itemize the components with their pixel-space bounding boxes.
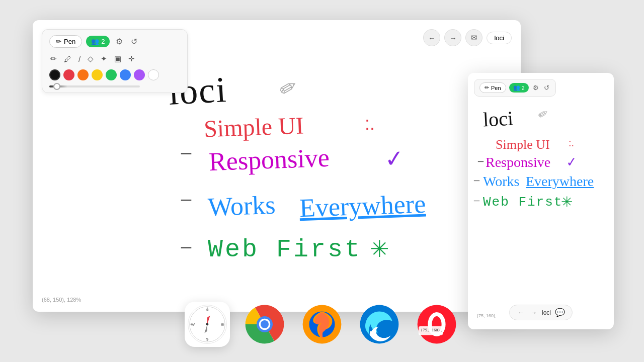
dash1: – — [181, 140, 191, 163]
checkmark1: ✓ — [384, 144, 406, 172]
share-icon: ✉ — [471, 33, 477, 42]
svg-text:(75, 160),: (75, 160), — [421, 328, 442, 332]
svg-point-16 — [261, 320, 269, 328]
color-black[interactable] — [49, 69, 60, 80]
color-yellow[interactable] — [92, 69, 103, 80]
web-first-text: Web First — [208, 235, 362, 264]
top-right-controls: ← → ✉ loci — [423, 29, 512, 46]
color-green[interactable] — [106, 69, 117, 80]
sec-simple-ui-text: Simple UI — [496, 137, 550, 152]
dash3: – — [181, 234, 191, 257]
sec-users-icon: 👥 — [513, 84, 520, 91]
responsive-text: Responsive — [208, 143, 330, 176]
loci-badge-label: loci — [494, 34, 504, 42]
sec-dash3: – — [474, 194, 479, 207]
color-white[interactable] — [148, 69, 159, 80]
image-tool-icon[interactable]: ▣ — [113, 53, 122, 64]
sec-pencil-drawing: ✏ — [535, 106, 551, 123]
coords-text: (68, 150), 128% — [42, 297, 81, 303]
sec-web-first-text: Web First — [483, 195, 562, 210]
color-orange[interactable] — [77, 69, 89, 80]
loci-badge[interactable]: loci — [487, 32, 512, 44]
svg-text:E: E — [221, 322, 224, 327]
edge-icon[interactable] — [357, 302, 402, 347]
undo-button[interactable]: ← — [423, 29, 440, 46]
firefox-icon[interactable] — [299, 302, 345, 347]
sec-chat-icon[interactable]: 💬 — [555, 308, 565, 317]
line-tool-icon[interactable]: / — [77, 54, 82, 64]
share-button[interactable]: ✉ — [465, 29, 482, 46]
sec-redo-button[interactable]: → — [529, 308, 538, 317]
edge-svg — [359, 304, 399, 344]
highlighter-tool-icon[interactable]: 🖊 — [63, 54, 72, 64]
settings-button[interactable]: ⚙ — [114, 35, 125, 48]
sec-coords: (75, 160), — [477, 313, 497, 318]
sec-settings-button[interactable]: ⚙ — [532, 83, 540, 93]
sec-star-drawing: ✳ — [561, 194, 573, 210]
safari-svg: N S W E — [187, 304, 227, 344]
sec-users-button[interactable]: 👥 2 — [509, 83, 529, 93]
color-blue[interactable] — [120, 69, 131, 80]
works-text: Works — [207, 190, 276, 222]
refresh-button[interactable]: ↺ — [129, 35, 139, 48]
secondary-toolbar: ✏ Pen 👥 2 ⚙ ↺ — [474, 79, 556, 97]
color-purple[interactable] — [134, 69, 145, 80]
opera-svg: (75, 160), — [417, 304, 457, 344]
svg-point-12 — [206, 323, 209, 326]
sec-pen-button[interactable]: ✏ Pen — [479, 82, 506, 93]
users-icon: 👥 — [91, 38, 99, 45]
shape-tool-icon[interactable]: ◇ — [87, 53, 95, 64]
chrome-icon[interactable] — [242, 302, 287, 347]
main-toolbar: ✏ Pen 👥 2 ⚙ ↺ ✏ 🖊 / ◇ ✦ ▣ ✛ — [42, 29, 188, 93]
pencil-tool-icon[interactable]: ✏ — [49, 53, 58, 64]
sec-dash2: – — [474, 173, 479, 187]
safari-icon[interactable]: N S W E — [185, 302, 230, 347]
sec-works-text: Works — [483, 173, 519, 190]
users-button[interactable]: 👥 2 — [86, 36, 110, 47]
star-tool-icon[interactable]: ✦ — [100, 53, 108, 64]
coordinates-display: (68, 150), 128% — [42, 297, 81, 303]
redo-button[interactable]: → — [444, 29, 461, 46]
dash2: – — [181, 186, 191, 210]
chrome-svg — [245, 304, 285, 344]
sec-loci-text: loci — [482, 106, 514, 131]
firefox-svg — [302, 304, 342, 344]
sec-loci-button[interactable]: loci — [542, 309, 551, 316]
secondary-window: ✏ Pen 👥 2 ⚙ ↺ loci ✏ Simple UI :. – Resp… — [468, 73, 614, 329]
sec-checkmark: ✓ — [566, 154, 578, 170]
simple-ui-text: Simple UI — [203, 112, 304, 143]
sec-users-count: 2 — [522, 85, 525, 91]
sec-bottom-bar: ← → loci 💬 — [509, 305, 573, 320]
sec-everywhere-text: Everywhere — [526, 173, 594, 190]
move-tool-icon[interactable]: ✛ — [127, 53, 136, 64]
sec-dash1: – — [478, 154, 484, 167]
pen-button[interactable]: ✏ Pen — [49, 35, 82, 48]
browser-icons-row: N S W E — [185, 302, 459, 347]
sec-smiley: :. — [569, 137, 574, 149]
pen-icon: ✏ — [56, 38, 61, 45]
brush-size-slider[interactable] — [49, 85, 140, 87]
smiley-drawing: :. — [365, 113, 375, 134]
users-count: 2 — [101, 38, 105, 45]
sec-undo-button[interactable]: ← — [517, 308, 525, 317]
star-drawing: ✳ — [370, 235, 389, 262]
everywhere-text: Everywhere — [299, 189, 426, 223]
main-window: ✏ Pen 👥 2 ⚙ ↺ ✏ 🖊 / ◇ ✦ ▣ ✛ — [33, 20, 521, 312]
sec-refresh-button[interactable]: ↺ — [543, 83, 550, 93]
sec-responsive-text: Responsive — [486, 154, 550, 170]
color-red[interactable] — [63, 69, 74, 80]
opera-icon[interactable]: (75, 160), — [414, 302, 459, 347]
sec-pen-label: Pen — [491, 85, 501, 91]
svg-text:W: W — [191, 322, 195, 327]
pen-label: Pen — [64, 38, 75, 45]
pencil-drawing: ✏ — [274, 73, 302, 103]
sec-pen-icon: ✏ — [485, 84, 489, 91]
